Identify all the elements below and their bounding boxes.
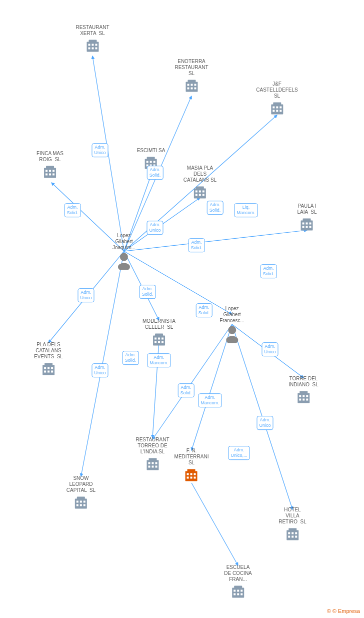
badge-liq-mancom-1[interactable]: Liq.Mancom. xyxy=(234,203,258,217)
svg-rect-27 xyxy=(187,84,189,86)
svg-rect-75 xyxy=(42,365,54,375)
node-hotel-villa-retiro[interactable]: HOTEL VILLA RETIRO SL xyxy=(278,507,306,542)
svg-rect-69 xyxy=(310,223,312,225)
svg-rect-65 xyxy=(301,221,313,231)
svg-rect-85 xyxy=(154,338,156,340)
node-masia-pla[interactable]: MASIA PLA DELS CATALANS SL xyxy=(184,165,216,201)
badge-adm-mancom-2[interactable]: Adm.Mancom. xyxy=(198,393,222,407)
svg-rect-58 xyxy=(196,187,204,190)
node-lopez-joaquim[interactable]: Lopez Gilabert Joaquim... xyxy=(112,233,136,270)
svg-rect-21 xyxy=(95,44,97,46)
badge-adm-unico-6[interactable]: Adm.Unico xyxy=(256,416,273,430)
node-enoterra[interactable]: ENOTERRA RESTAURANT SL xyxy=(174,59,208,94)
badge-adm-solid-6[interactable]: Adm.Solid. xyxy=(140,285,156,299)
svg-rect-40 xyxy=(280,110,282,112)
node-escuela-cocina[interactable]: ESCUELA DE COCINA FRAN... xyxy=(224,564,252,600)
svg-line-15 xyxy=(192,483,238,565)
svg-rect-104 xyxy=(152,462,154,464)
node-fn-mediterrani[interactable]: F. N. MEDITERRANI SL xyxy=(174,448,209,483)
svg-point-74 xyxy=(118,263,130,270)
badge-adm-solid-2[interactable]: Adm.Solid. xyxy=(147,166,164,180)
label-lopez-francesc: Lopez Gilabert Francesc... xyxy=(220,306,244,324)
node-paula-laia[interactable]: PAULA I LAIA SL xyxy=(298,203,317,233)
building-icon-jf xyxy=(269,101,285,117)
svg-rect-44 xyxy=(49,170,51,172)
svg-rect-24 xyxy=(95,48,97,50)
label-escimti: ESCIMTI SA xyxy=(137,148,166,154)
badge-adm-mancom-1[interactable]: Adm.Mancom. xyxy=(147,353,170,367)
label-torre-del-indiano: TORRE DEL INDIANO SL xyxy=(288,376,318,388)
label-paula-laia: PAULA I LAIA SL xyxy=(298,203,317,215)
badge-adm-unico-5[interactable]: Adm.Unico xyxy=(262,342,278,356)
building-icon-modernista xyxy=(151,332,167,348)
building-icon-mediterrani xyxy=(184,467,200,483)
badge-adm-solid-3[interactable]: Adm.Solid. xyxy=(207,201,224,215)
svg-rect-140 xyxy=(240,593,242,595)
badge-adm-unico-1[interactable]: Adm.Unico xyxy=(92,143,108,157)
node-torre-del-indiano[interactable]: TORRE DEL INDIANO SL xyxy=(288,376,318,405)
node-jf-castelldefels[interactable]: J&F CASTELLDEFELS SL xyxy=(256,81,298,117)
node-finca-mas-roig[interactable]: FINCA MAS ROIG SL xyxy=(36,151,64,180)
svg-rect-137 xyxy=(240,590,242,592)
badge-adm-solid-4[interactable]: Adm.Solid. xyxy=(188,238,205,252)
svg-rect-111 xyxy=(187,473,189,475)
svg-rect-83 xyxy=(153,336,165,346)
badge-adm-solid-8[interactable]: Adm.Solid. xyxy=(122,351,139,365)
svg-rect-70 xyxy=(302,226,304,228)
svg-rect-129 xyxy=(295,532,297,534)
svg-line-12 xyxy=(192,324,232,450)
svg-rect-110 xyxy=(188,469,196,472)
building-icon-restaurant-xerta xyxy=(84,38,100,54)
svg-rect-126 xyxy=(288,528,296,531)
svg-rect-134 xyxy=(234,586,242,589)
svg-rect-26 xyxy=(188,80,196,83)
svg-rect-127 xyxy=(288,532,290,534)
svg-rect-97 xyxy=(306,395,308,397)
node-snow-leopard[interactable]: SNOW LEOPARD CAPITAL SL xyxy=(66,475,96,511)
svg-rect-139 xyxy=(237,593,239,595)
svg-rect-88 xyxy=(154,341,156,343)
svg-rect-80 xyxy=(44,371,46,373)
node-modernista-celler[interactable]: MODERNISTA CELLER SL xyxy=(142,318,176,348)
badge-adm-unico-3[interactable]: Adm.Unico xyxy=(78,288,94,302)
badge-adm-unico-dots[interactable]: Adm.Unico,... xyxy=(228,446,250,460)
label-finca-mas-roig: FINCA MAS ROIG SL xyxy=(36,151,64,163)
svg-rect-100 xyxy=(306,399,308,401)
svg-rect-29 xyxy=(194,84,196,86)
svg-rect-101 xyxy=(146,460,158,470)
svg-rect-123 xyxy=(80,504,82,506)
building-icon-hotel xyxy=(284,526,300,542)
badge-adm-unico-4[interactable]: Adm.Unico xyxy=(92,363,108,377)
badge-adm-solid-1[interactable]: Adm.Solid. xyxy=(64,203,81,217)
badge-adm-solid-7[interactable]: Adm.Solid. xyxy=(196,303,212,317)
badge-adm-unico-2[interactable]: Adm.Unico xyxy=(146,221,163,235)
svg-rect-30 xyxy=(187,88,189,90)
node-restaurant-xerta[interactable]: RESTAURANT XERTA SL xyxy=(76,25,109,54)
svg-rect-115 xyxy=(190,477,192,479)
svg-point-73 xyxy=(120,253,128,261)
building-icon-snow-leopard xyxy=(73,495,89,511)
svg-rect-79 xyxy=(51,367,53,369)
node-lopez-francesc[interactable]: Lopez Gilabert Francesc... xyxy=(220,306,244,343)
svg-rect-107 xyxy=(152,466,154,468)
svg-rect-60 xyxy=(199,191,201,193)
node-pla-catalans-events[interactable]: PLA DELS CATALANS EVENTS SL xyxy=(34,342,63,377)
svg-rect-128 xyxy=(292,532,294,534)
svg-rect-94 xyxy=(300,391,308,394)
svg-rect-86 xyxy=(158,338,160,340)
svg-rect-130 xyxy=(288,536,290,538)
svg-rect-41 xyxy=(44,168,56,178)
svg-rect-84 xyxy=(155,334,163,337)
badge-adm-solid-9[interactable]: Adm.Solid. xyxy=(178,383,194,397)
svg-rect-113 xyxy=(194,473,196,475)
label-hotel-villa-retiro: HOTEL VILLA RETIRO SL xyxy=(278,507,306,525)
svg-point-91 xyxy=(228,326,236,334)
badge-adm-solid-5[interactable]: Adm.Solid. xyxy=(260,264,277,278)
svg-rect-47 xyxy=(49,174,51,176)
svg-rect-34 xyxy=(273,103,281,106)
node-restaurant-torreo[interactable]: RESTAURANT TORREO DE L'INDIA SL xyxy=(136,437,169,472)
svg-rect-31 xyxy=(190,88,192,90)
svg-rect-131 xyxy=(292,536,294,538)
svg-rect-124 xyxy=(84,504,86,506)
svg-rect-51 xyxy=(146,161,148,163)
